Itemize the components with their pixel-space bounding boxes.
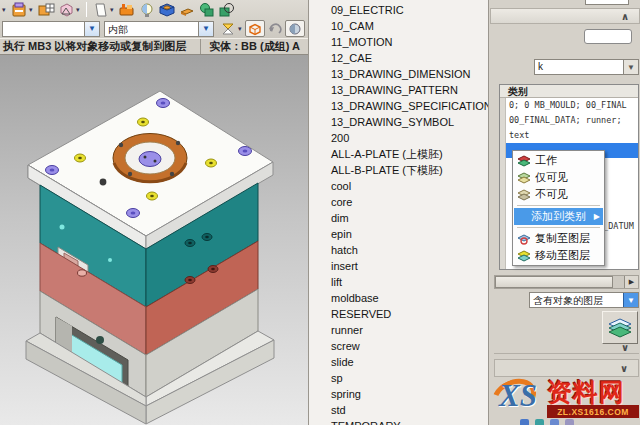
filter-combo[interactable]: 内部 ▼ (104, 21, 214, 37)
prism-caret-icon[interactable]: ▾ (76, 6, 83, 14)
layer-list-item[interactable]: slide (331, 354, 488, 370)
category-row[interactable]: text (500, 128, 638, 143)
layer-context-menu: 工作 仅可见 不可见 添加到类别 ▶ 复制至图层 (512, 150, 605, 266)
layer-list-item[interactable]: 09_ELECTRIC (331, 2, 488, 18)
status-prompt: 执行 MB3 以将对象移动或复制到图层 (0, 39, 186, 54)
sprue-dot (100, 179, 107, 186)
unite-boolean-icon[interactable] (197, 1, 217, 18)
layer-list-item[interactable]: cool (331, 178, 488, 194)
scrollbar-thumb[interactable] (495, 276, 613, 288)
combo-dropdown-icon[interactable]: ▼ (623, 293, 638, 307)
layer-list-item[interactable]: ALL-B-PLATE (下模胚) (331, 162, 488, 178)
invisible-layer-icon (516, 189, 531, 201)
category-filter-value: k (535, 60, 623, 74)
menu-item-copy-to-layer[interactable]: 复制至图层 (514, 230, 603, 247)
layer-list-item[interactable]: insert (331, 258, 488, 274)
shaded-view-icon[interactable] (285, 20, 305, 37)
menu-item-invisible[interactable]: 不可见 (514, 186, 603, 203)
combo-dropdown-icon[interactable]: ▼ (198, 22, 213, 36)
new-sheet-caret-icon[interactable]: ▾ (110, 6, 117, 14)
blue-cube-hole-icon[interactable] (157, 1, 177, 18)
layer-list-item[interactable]: std (331, 402, 488, 418)
layer-list-item[interactable]: dim (331, 210, 488, 226)
category-row[interactable]: 00_FINAL_DATA; runner; (500, 113, 638, 128)
layer-list-item[interactable]: epin (331, 226, 488, 242)
style-fan-icon[interactable] (218, 20, 238, 37)
panel-section-header[interactable]: ∧ (490, 8, 640, 24)
blank-field-button[interactable] (584, 29, 632, 44)
menu-item-label: 添加到类别 (531, 209, 586, 224)
layer-settings-button[interactable] (602, 311, 638, 344)
scroll-right-arrow-icon[interactable]: ▶ (624, 276, 638, 288)
locating-ring[interactable] (113, 134, 187, 183)
layers-shown-value: 含有对象的图层 (530, 293, 623, 307)
clipped-icon (520, 419, 529, 425)
section-chevron-icon[interactable]: ∨ (611, 342, 639, 353)
orient-view-cube-icon[interactable] (245, 20, 265, 37)
listbox-gutter (500, 98, 506, 269)
layers-shown-combo[interactable]: 含有对象的图层 ▼ (529, 292, 639, 308)
style-caret-icon[interactable]: ▾ (238, 25, 245, 33)
selection-scope-combo[interactable]: ▼ (2, 21, 100, 37)
layer-list-item[interactable]: TEMPORARY (331, 418, 488, 425)
layer-list-item[interactable]: 13_DRAWING_SPECIFICATION (331, 98, 488, 114)
layer-list-item[interactable]: hatch (331, 242, 488, 258)
new-sheet-icon[interactable] (90, 1, 110, 18)
subtract-boolean-icon[interactable] (217, 1, 237, 18)
submenu-arrow-icon: ▶ (594, 212, 600, 221)
pattern-feature-icon[interactable] (36, 1, 56, 18)
mold-3d-model[interactable] (0, 55, 308, 425)
collapsed-section-2[interactable]: ∨ (494, 359, 639, 377)
layer-list-item[interactable]: core (331, 194, 488, 210)
clipboard-caret-icon[interactable]: ▾ (29, 6, 36, 14)
clipboard-icon[interactable] (9, 1, 29, 18)
layer-list-item[interactable]: runner (331, 322, 488, 338)
layer-list-item[interactable]: 12_CAE (331, 50, 488, 66)
layer-list-item[interactable]: RESERVED (331, 306, 488, 322)
layer-list-item[interactable]: 13_DRAWING_SYMBOL (331, 114, 488, 130)
layer-list-item[interactable]: moldbase (331, 290, 488, 306)
combo-dropdown-icon[interactable]: ▼ (84, 22, 99, 36)
layer-list-item[interactable]: 13_DRAWING_PATTERN (331, 82, 488, 98)
menu-item-label: 移动至图层 (535, 248, 590, 263)
layer-list-item[interactable]: 10_CAM (331, 18, 488, 34)
collapse-chevron-icon[interactable]: ∧ (611, 11, 639, 22)
horizontal-scrollbar[interactable]: ▶ (494, 275, 639, 289)
layer-list-item[interactable]: 13_DRAWING_DIMENSION (331, 66, 488, 82)
eraser-icon[interactable] (177, 1, 197, 18)
visible-only-layer-icon (516, 172, 531, 184)
move-to-layer-icon (516, 250, 531, 262)
menu-separator (517, 205, 600, 206)
category-column-header: 类别 (500, 85, 638, 98)
category-filter-combo[interactable]: k ▼ (534, 59, 639, 75)
layer-settings-icon (607, 317, 633, 339)
selection-scope-value (3, 22, 84, 36)
layer-list-item[interactable]: 200 (331, 130, 488, 146)
menu-item-move-to-layer[interactable]: 移动至图层 (514, 247, 603, 264)
menu-item-label: 工作 (535, 153, 557, 168)
work-layer-icon (516, 155, 531, 167)
layer-list-item[interactable]: ALL-A-PLATE (上模胚) (331, 146, 488, 162)
bulb-icon[interactable] (137, 1, 157, 18)
overflow-caret-icon[interactable]: ▾ (2, 6, 9, 14)
category-row[interactable]: 0; 0 MB_MOULD; 00_FINAL (500, 98, 638, 113)
menu-item-work[interactable]: 工作 (514, 152, 603, 169)
prism-icon[interactable] (56, 1, 76, 18)
layer-list-item[interactable]: 11_MOTION (331, 34, 488, 50)
layer-list-item[interactable]: lift (331, 274, 488, 290)
layer-list-item[interactable]: spring (331, 386, 488, 402)
menu-item-add-to-category[interactable]: 添加到类别 ▶ (514, 208, 603, 225)
collapsed-section-1[interactable]: ∨ (494, 341, 639, 354)
clipped-icon (565, 419, 574, 425)
clipped-icon (550, 419, 559, 425)
menu-item-visible-only[interactable]: 仅可见 (514, 169, 603, 186)
graphics-viewport[interactable] (0, 55, 308, 425)
tools-icon[interactable] (117, 1, 137, 18)
cad-application-window: ▾ ▾ ▾ ▾ (0, 0, 640, 425)
combo-dropdown-icon[interactable]: ▼ (623, 60, 638, 74)
layer-list-item[interactable]: sp (331, 370, 488, 386)
layer-list-item[interactable]: screw (331, 338, 488, 354)
undo-icon[interactable] (265, 20, 285, 37)
menu-item-label: 不可见 (535, 187, 568, 202)
section-chevron-icon[interactable]: ∨ (610, 363, 638, 374)
